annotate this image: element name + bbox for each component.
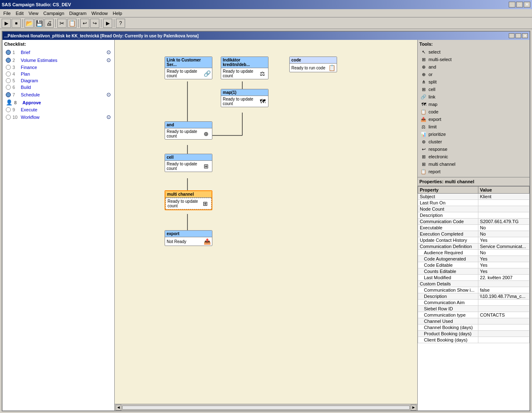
inner-window-title: ...Páleníková Ilona\Ivon_přítisk ke KK_t… [4,34,199,38]
cell-icon: ⊞ [420,86,427,93]
checklist-item-finance[interactable]: 3 Finance [4,64,113,71]
menu-file[interactable]: File [1,10,13,17]
tool-link[interactable]: 🔗 link [419,93,528,101]
tool-report-label: report [429,169,441,174]
inner-close-btn[interactable]: ✕ [522,33,528,38]
tool-prioritize[interactable]: 📊 prioritize [419,130,528,138]
node-multi-channel[interactable]: multi channel Ready to updatecount ⊞ [165,190,212,210]
checklist-item-diagram[interactable]: 5 Diagram [4,77,113,84]
tool-export[interactable]: 📤 export [419,116,528,123]
menu-campaign[interactable]: Campaign [41,10,66,17]
node-and[interactable]: and Ready to updatecount ⊕ [165,121,212,140]
prop-value-cell: false [478,287,529,293]
checklist-label-schedule: Schedule [21,92,106,97]
checklist-item-plan[interactable]: 4 Plan [4,71,113,77]
prop-row: Custom Details [418,281,530,287]
tool-or-label: or [429,72,433,77]
node-indikator[interactable]: Indikátor kreditní/deb... Ready to updat… [221,57,268,79]
scroll-track[interactable] [122,406,410,410]
toolbar-open-btn[interactable]: 📂 [25,19,34,28]
prop-row: Counts EditableYes [418,268,530,275]
toolbar-help-btn[interactable]: ? [116,19,125,28]
tool-map[interactable]: 🗺 map [419,101,528,108]
link-icon: 🔗 [420,93,427,100]
inner-window: ...Páleníková Ilona\Ivon_přítisk ke KK_t… [2,31,530,411]
toolbar-sep2 [55,19,56,27]
checklist-item-approve[interactable]: 👤 8 Approve [4,98,113,106]
checklist-item-brief[interactable]: 1 Brief ⊙ [4,48,113,56]
toolbar-stop-btn[interactable]: ■ [12,19,21,28]
tool-electronic[interactable]: ⊞ electronic [419,153,528,160]
toolbar-redo-btn[interactable]: ↪ [90,19,99,28]
prop-name-cell: Communication Show i... [418,287,478,293]
close-button[interactable]: ✕ [524,2,530,7]
menu-diagram[interactable]: Diagram [67,10,89,17]
checklist-item-build[interactable]: 6 Build [4,84,113,91]
menu-window[interactable]: Window [89,10,110,17]
code-icon: 📋 [420,108,427,115]
tool-or[interactable]: ⊕ or [419,71,528,78]
and-icon: ⊕ [420,64,427,70]
toolbar-cut-btn[interactable]: ✂ [57,19,66,28]
maximize-button[interactable]: □ [516,2,523,7]
node-link-customer-body: Ready to updatecount 🔗 [165,68,212,79]
content-layout: Checklist: 1 Brief ⊙ 2 Volume Estimates … [2,40,530,411]
tool-split[interactable]: ⋔ split [419,78,528,86]
tool-report[interactable]: 📋 report [419,168,528,175]
prop-name-cell: Last Run On [418,200,478,206]
prop-value-cell: CONTACTS [478,312,529,318]
toolbar-run-btn[interactable]: ▶ [2,19,11,28]
tool-response[interactable]: ↩ response [419,145,528,153]
checklist-arrow-10: ⊙ [106,114,111,120]
checklist-label-brief: Brief [21,50,106,55]
checklist-item-volume[interactable]: 2 Volume Estimates ⊙ [4,56,113,64]
node-map1[interactable]: map(1) Ready to updatecount 🗺 [221,89,268,107]
checklist-item-workflow[interactable]: 10 Workflow ⊙ [4,113,113,121]
prop-row: Siebel Row ID [418,306,530,312]
node-code[interactable]: code Ready to run code 📋 [289,57,337,72]
node-cell[interactable]: cell Ready to updatecount ⊞ [165,154,212,172]
tool-and[interactable]: ⊕ and [419,63,528,71]
tool-multi-select[interactable]: ⊞ multi-select [419,56,528,63]
tool-multi-channel-label: multi channel [429,162,456,167]
tool-cell[interactable]: ⊞ cell [419,86,528,93]
prop-row: Communication Show i...false [418,287,530,293]
limit-icon: ⚖ [420,123,427,130]
minimize-button[interactable]: _ [509,2,515,7]
prop-row: Node Count [418,206,530,212]
toolbar-play-btn[interactable]: ▶ [103,19,112,28]
menu-view[interactable]: View [26,10,41,17]
tool-multi-channel[interactable]: ⊞ multi channel [419,160,528,168]
toolbar-print-btn[interactable]: 🖨 [44,19,54,28]
checklist-item-schedule[interactable]: 7 Schedule ⊙ [4,91,113,98]
prop-name-cell: Siebel Row ID [418,306,478,312]
inner-minimize-btn[interactable]: _ [509,33,515,38]
toolbar-save-btn[interactable]: 💾 [34,19,44,28]
tool-cluster[interactable]: ⊛ cluster [419,138,528,145]
menu-edit[interactable]: Edit [13,10,26,17]
node-indikator-status: Ready to updatecount [223,69,253,78]
prop-name-cell: Communication Definition [418,243,478,250]
tool-code[interactable]: 📋 code [419,108,528,116]
toolbar-copy-btn[interactable]: 📋 [67,19,76,28]
prop-row: SubjectKlient [418,194,530,200]
properties-table[interactable]: Property Value SubjectKlientLast Run OnN… [418,186,530,411]
prop-row: Execution CompletedNo [418,231,530,237]
diagram-area[interactable]: Link to Customer Ser... Ready to updatec… [115,40,417,411]
node-link-customer[interactable]: Link to Customer Ser... Ready to updatec… [165,57,212,79]
menu-help[interactable]: Help [110,10,125,17]
scroll-right-btn[interactable]: ▶ [411,405,416,411]
node-export-status: Not Ready [167,239,186,244]
checklist-item-execute[interactable]: 9 Execute [4,106,113,113]
tools-panel: Tools: ↖ select ⊞ multi-select ⊕ and ⊕ [418,40,530,177]
prop-row: Communication CodeS2007.661.479.TG [418,219,530,225]
node-cell-header: cell [165,154,212,161]
tool-select[interactable]: ↖ select [419,48,528,56]
checklist-indicator-2 [6,58,11,63]
node-export[interactable]: export Not Ready 📤 [165,230,212,246]
inner-maximize-btn[interactable]: □ [515,33,521,38]
scroll-left-btn[interactable]: ◀ [116,405,121,411]
tool-limit[interactable]: ⚖ limit [419,123,528,130]
node-code-icon: 📋 [328,64,335,71]
toolbar-undo-btn[interactable]: ↩ [80,19,89,28]
